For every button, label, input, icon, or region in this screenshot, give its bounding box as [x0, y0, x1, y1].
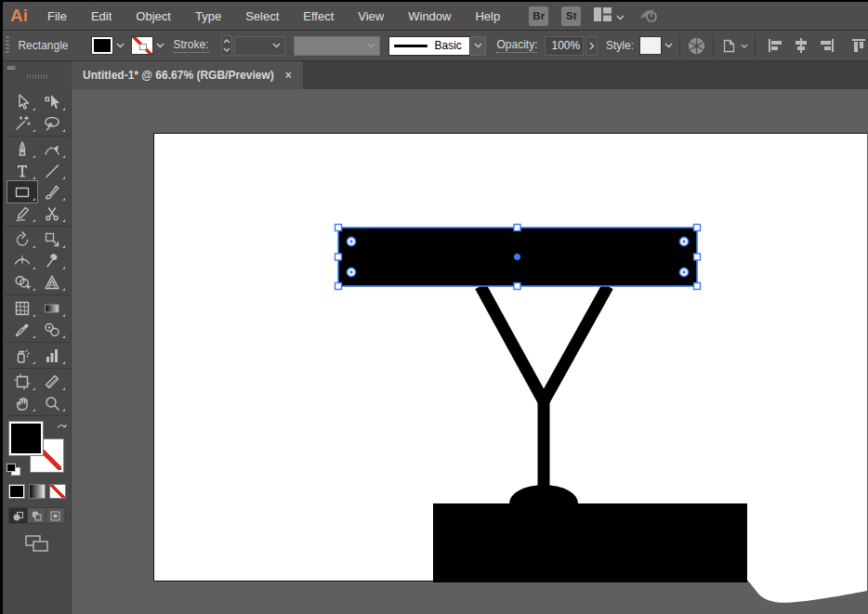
workspace-switcher[interactable]: [594, 7, 625, 24]
zoom-tool[interactable]: [37, 392, 67, 413]
color-mode-row: [8, 484, 66, 499]
curvature-tool[interactable]: [37, 138, 67, 160]
document-tab-bar: «« Untitled-1* @ 66.67% (RGB/Preview) ×: [3, 61, 868, 89]
puppet-warp-tool[interactable]: [37, 250, 67, 271]
blend-tool[interactable]: [37, 319, 67, 340]
isolate-object-button[interactable]: [720, 37, 748, 54]
selection-center-point[interactable]: [514, 254, 520, 260]
column-graph-tool[interactable]: [37, 345, 67, 366]
graphic-style-combo[interactable]: [639, 36, 673, 55]
menu-help[interactable]: Help: [463, 9, 512, 23]
draw-inside-button[interactable]: [46, 508, 64, 523]
opacity-label[interactable]: Opacity:: [496, 38, 537, 53]
paintbrush-tool[interactable]: [37, 181, 67, 202]
align-horizontal-center-icon[interactable]: [792, 36, 810, 55]
perspective-grid-tool[interactable]: [37, 271, 67, 293]
shape-builder-tool[interactable]: [7, 271, 37, 293]
stroke-weight-label[interactable]: Stroke:: [174, 38, 209, 53]
stock-button[interactable]: St: [561, 7, 581, 26]
control-bar-grip[interactable]: [6, 36, 9, 55]
default-fill-stroke-icon[interactable]: [7, 464, 20, 476]
menu-edit[interactable]: Edit: [79, 9, 124, 23]
draw-normal-button[interactable]: [9, 508, 28, 523]
lasso-tool[interactable]: [37, 112, 67, 134]
recolor-artwork-icon[interactable]: [687, 36, 706, 56]
change-screen-mode-icon[interactable]: [25, 535, 49, 556]
swap-fill-stroke-icon[interactable]: [56, 422, 68, 438]
menu-view[interactable]: View: [346, 9, 396, 23]
fill-swatch[interactable]: [91, 36, 113, 55]
selection-handle[interactable]: [694, 254, 701, 260]
opacity-panel-button[interactable]: [585, 36, 598, 56]
color-button[interactable]: [8, 484, 25, 499]
menu-bar: Ai File Edit Object Type Select Effect V…: [3, 2, 868, 31]
menu-type[interactable]: Type: [183, 9, 233, 23]
gpu-performance-icon[interactable]: [638, 6, 661, 27]
mesh-tool[interactable]: [7, 297, 37, 319]
selection-handle[interactable]: [694, 283, 701, 290]
selection-handle[interactable]: [335, 283, 342, 290]
gradient-tool[interactable]: [37, 297, 67, 319]
gradient-button[interactable]: [29, 484, 46, 499]
slice-tool[interactable]: [37, 371, 67, 392]
collapse-panel-icon[interactable]: ««: [7, 62, 15, 72]
align-left-icon[interactable]: [766, 36, 784, 55]
menu-effect[interactable]: Effect: [291, 9, 346, 23]
selection-handle[interactable]: [335, 225, 342, 231]
artwork-base-rectangle[interactable]: [433, 503, 747, 582]
rectangle-tool[interactable]: [7, 181, 37, 202]
hand-tool[interactable]: [7, 392, 37, 413]
menu-file[interactable]: File: [35, 9, 79, 23]
stroke-weight-stepper[interactable]: [221, 35, 233, 56]
selection-handle[interactable]: [694, 225, 701, 231]
selection-handle[interactable]: [514, 225, 520, 231]
brush-dropdown-button[interactable]: [470, 36, 486, 56]
artwork-y-stand[interactable]: [480, 286, 608, 487]
type-tool[interactable]: [7, 160, 37, 181]
chevron-down-icon: [272, 43, 281, 48]
brush-stroke-preview-icon: [394, 45, 427, 47]
stroke-color-combo[interactable]: [131, 36, 164, 55]
stroke-none-swatch[interactable]: [131, 36, 153, 55]
pen-tool[interactable]: [7, 138, 37, 160]
fill-indicator-black[interactable]: [9, 422, 43, 455]
scissors-tool[interactable]: [37, 202, 67, 224]
drawing-modes: [8, 507, 66, 524]
canvas-pasteboard[interactable]: [72, 89, 868, 614]
draw-behind-button[interactable]: [28, 508, 46, 523]
align-right-icon[interactable]: [818, 36, 836, 55]
menu-window[interactable]: Window: [396, 9, 463, 23]
stroke-weight-dropdown[interactable]: [234, 36, 285, 56]
scale-tool[interactable]: [37, 229, 67, 250]
direct-selection-tool[interactable]: [37, 91, 67, 112]
separator: [755, 34, 756, 57]
artwork-white-wave[interactable]: [748, 546, 867, 603]
eyedropper-tool[interactable]: [7, 319, 37, 340]
none-button[interactable]: [49, 484, 66, 499]
selection-tool[interactable]: [7, 91, 37, 112]
brush-definition-combo[interactable]: Basic: [388, 36, 486, 56]
close-tab-icon[interactable]: ×: [285, 69, 292, 82]
toolbar-grip[interactable]: [27, 74, 47, 79]
magic-wand-tool[interactable]: [7, 112, 37, 134]
menu-object[interactable]: Object: [124, 9, 183, 23]
menu-select[interactable]: Select: [233, 9, 291, 23]
chevron-down-icon: [116, 43, 125, 48]
brush-preview[interactable]: Basic: [388, 36, 470, 56]
control-bar: Rectangle Stroke: Basic: [3, 31, 868, 61]
selection-handle[interactable]: [335, 254, 342, 260]
fill-color-combo[interactable]: [91, 36, 125, 55]
opacity-input[interactable]: 100%: [545, 36, 584, 56]
shaper-tool[interactable]: [7, 202, 37, 224]
align-vertical-top-icon[interactable]: [849, 36, 868, 55]
selection-handle[interactable]: [514, 283, 520, 290]
bridge-button[interactable]: Br: [529, 7, 548, 26]
width-tool[interactable]: [7, 250, 37, 271]
symbol-sprayer-tool[interactable]: [7, 345, 37, 366]
artwork-dome[interactable]: [509, 485, 578, 503]
rotate-tool[interactable]: [7, 229, 37, 250]
graphic-style-swatch[interactable]: [639, 36, 662, 55]
document-tab[interactable]: Untitled-1* @ 66.67% (RGB/Preview) ×: [72, 61, 303, 89]
line-segment-tool[interactable]: [37, 160, 67, 181]
artboard-tool[interactable]: [7, 371, 37, 392]
